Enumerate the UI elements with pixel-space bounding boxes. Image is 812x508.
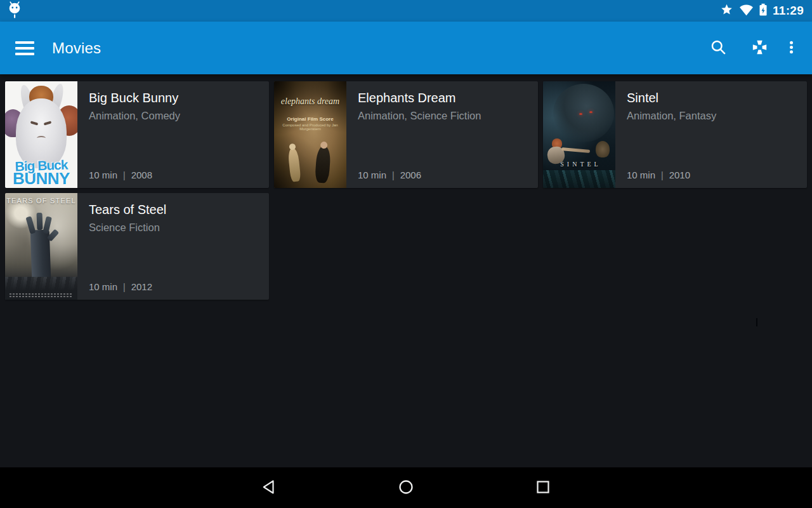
hamburger-icon <box>15 41 34 44</box>
remote-play-button[interactable] <box>751 39 768 58</box>
poster-title-line: BUNNY <box>5 171 77 186</box>
movie-runtime: 10 min <box>89 170 117 180</box>
status-bar: 11:29 <box>0 0 812 22</box>
recents-icon <box>536 480 550 496</box>
movie-poster: elephants dream Original Film Score Comp… <box>274 81 346 188</box>
movie-genres: Animation, Science Fiction <box>358 110 532 122</box>
movie-poster: TEARS OF STEEL <box>5 193 77 300</box>
home-button[interactable] <box>398 480 414 495</box>
star-icon <box>720 3 733 18</box>
movie-card-elephants-dream[interactable]: elephants dream Original Film Score Comp… <box>274 81 538 188</box>
search-button[interactable] <box>710 39 727 58</box>
meta-separator: | <box>123 282 126 292</box>
meta-separator: | <box>392 170 395 180</box>
app-bar: Movies <box>0 22 812 74</box>
app-bar-actions <box>710 39 799 58</box>
movie-genres: Science Fiction <box>89 222 263 234</box>
movie-card-big-buck-bunny[interactable]: Big Buck BUNNY Big Buck Bunny Animation,… <box>5 81 269 188</box>
movie-year: 2006 <box>400 170 421 180</box>
movie-genres: Animation, Comedy <box>89 110 263 122</box>
movie-title: Big Buck Bunny <box>89 91 263 105</box>
movie-card-tears-of-steel[interactable]: TEARS OF STEEL Tears of Steel Science Fi… <box>5 193 269 300</box>
movie-runtime: 10 min <box>358 170 386 180</box>
meta-separator: | <box>123 170 126 180</box>
movie-runtime: 10 min <box>627 170 655 180</box>
back-icon <box>262 479 276 497</box>
movie-title: Elephants Dream <box>358 91 532 105</box>
menu-button[interactable] <box>15 41 34 55</box>
clock: 11:29 <box>773 4 804 18</box>
movie-title: Tears of Steel <box>89 203 263 217</box>
recents-button[interactable] <box>535 480 551 495</box>
movie-meta: 10 min | 2008 <box>89 170 152 180</box>
poster-subtitle: Composed and Produced by Jan Morgenstern <box>274 123 346 131</box>
overflow-menu-button[interactable] <box>783 39 799 57</box>
movie-list: Big Buck BUNNY Big Buck Bunny Animation,… <box>0 74 812 467</box>
poster-title: TEARS OF STEEL <box>5 197 77 204</box>
search-icon <box>710 39 727 58</box>
movie-poster: SINTEL <box>543 81 615 188</box>
home-icon <box>398 479 414 497</box>
movie-meta: 10 min | 2006 <box>358 170 421 180</box>
text-cursor-artifact <box>756 318 757 326</box>
movie-meta: 10 min | 2012 <box>89 281 152 292</box>
poster-title-line: Big Buck <box>5 159 77 173</box>
dpad-icon <box>751 39 768 58</box>
back-button[interactable] <box>261 480 277 495</box>
movie-year: 2008 <box>131 170 152 180</box>
movie-runtime: 10 min <box>89 281 117 292</box>
wifi-icon <box>739 4 754 18</box>
status-icons: 11:29 <box>720 3 804 18</box>
poster-title: SINTEL <box>543 161 615 168</box>
movie-genres: Animation, Fantasy <box>627 110 801 122</box>
movie-title: Sintel <box>627 91 801 105</box>
battery-charging-icon <box>759 3 767 18</box>
poster-subtitle: Original Film Score <box>274 116 346 122</box>
android-screen: 11:29 Movies <box>0 0 812 508</box>
page-title: Movies <box>52 39 101 57</box>
overflow-dots-icon <box>783 39 799 57</box>
movie-card-sintel[interactable]: SINTEL Sintel Animation, Fantasy 10 min … <box>543 81 807 188</box>
movie-meta: 10 min | 2010 <box>627 170 690 180</box>
movie-poster: Big Buck BUNNY <box>5 81 77 188</box>
poster-title: elephants dream <box>274 97 346 107</box>
meta-separator: | <box>661 170 664 180</box>
movie-year: 2010 <box>669 170 690 180</box>
navigation-bar <box>0 467 812 508</box>
android-debug-icon <box>8 1 22 21</box>
movie-year: 2012 <box>131 281 152 292</box>
